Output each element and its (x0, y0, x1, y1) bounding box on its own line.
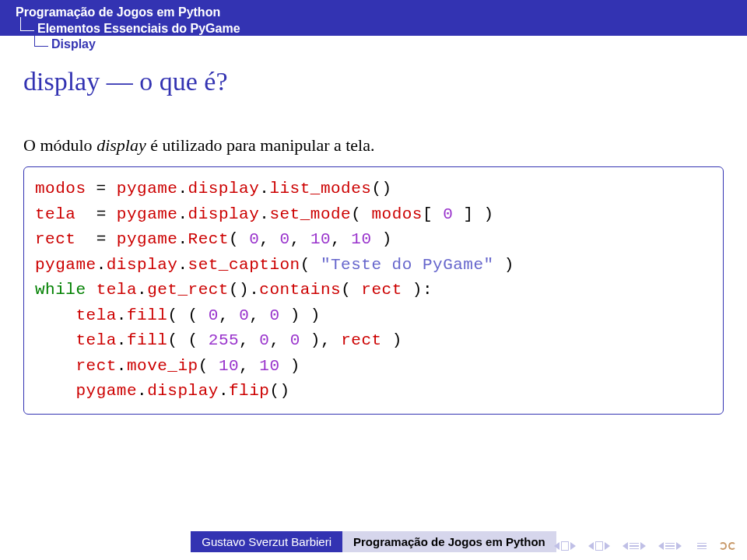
next-frame-icon[interactable] (605, 542, 610, 550)
code-line-7: tela.fill( ( 255, 0, 0 ), rect ) (35, 331, 402, 349)
breadcrumb-level2-row: Elementos Essenciais do PyGame (0, 22, 747, 36)
nav-section-group[interactable] (622, 542, 646, 550)
breadcrumb-header: Programação de Jogos em Python Elementos… (0, 0, 747, 36)
slide-title: display — o que é? (0, 53, 747, 96)
next-sub-icon[interactable] (676, 542, 682, 550)
lines-icon (665, 543, 675, 550)
nav-subsection-group[interactable] (658, 542, 682, 550)
code-line-9: pygame.display.flip() (35, 382, 290, 400)
breadcrumb-level3: Display (51, 37, 96, 51)
code-line-5: while tela.get_rect().contains( rect ): (35, 281, 433, 299)
footer-title: Programação de Jogos em Python (342, 531, 556, 552)
code-line-6: tela.fill( ( 0, 0, 0 ) ) (35, 306, 321, 324)
tree-connector-icon (34, 33, 48, 47)
intro-text: O módulo display é utilizado para manipu… (23, 135, 724, 156)
code-line-4: pygame.display.set_caption( "Teste do Py… (35, 256, 514, 274)
nav-slide-group[interactable] (554, 541, 576, 551)
lines-icon (630, 543, 639, 550)
footer-author: Gustavo Sverzut Barbieri (191, 531, 342, 552)
next-section-icon[interactable] (640, 542, 646, 550)
prev-sub-icon[interactable] (658, 542, 664, 550)
frame-icon (595, 541, 603, 551)
code-line-1: modos = pygame.display.list_modes() (35, 180, 392, 198)
nav-controls (554, 541, 736, 551)
prev-section-icon[interactable] (622, 542, 628, 550)
code-line-3: rect = pygame.Rect( 0, 0, 10, 10 ) (35, 230, 392, 248)
intro-pre: O módulo (23, 135, 96, 155)
code-block: modos = pygame.display.list_modes() tela… (23, 166, 724, 415)
prev-frame-icon[interactable] (588, 542, 594, 550)
breadcrumb-level1: Programação de Jogos em Python (0, 3, 747, 22)
outline-icon[interactable] (697, 543, 707, 550)
slide-body: O módulo display é utilizado para manipu… (0, 96, 747, 415)
intro-italic: display (96, 135, 146, 155)
code-line-8: rect.move_ip( 10, 10 ) (35, 357, 300, 375)
refresh-group[interactable] (719, 542, 736, 550)
breadcrumb-level3-row: Display (0, 36, 747, 53)
next-slide-icon[interactable] (570, 542, 576, 550)
redo-icon[interactable] (728, 542, 736, 550)
tree-connector-icon (20, 17, 34, 31)
undo-icon[interactable] (719, 542, 727, 550)
nav-frame-group[interactable] (588, 541, 610, 551)
page-icon (561, 541, 569, 551)
breadcrumb-level2: Elementos Essenciais do PyGame (37, 22, 240, 36)
code-line-2: tela = pygame.display.set_mode( modos[ 0… (35, 205, 494, 223)
prev-slide-icon[interactable] (554, 542, 559, 550)
intro-post: é utilizado para manipular a tela. (146, 135, 375, 155)
